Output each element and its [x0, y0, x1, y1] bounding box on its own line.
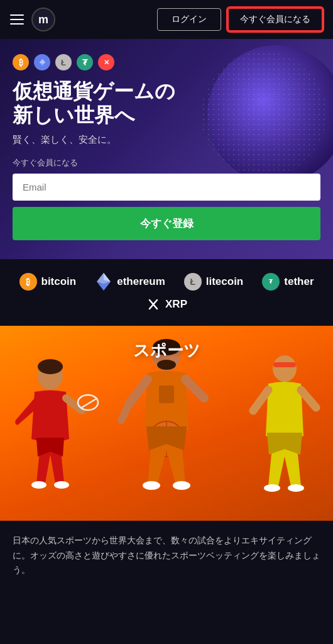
svg-point-10: [31, 481, 46, 489]
xrp-icon: [146, 297, 161, 312]
svg-rect-21: [273, 362, 296, 367]
svg-point-11: [54, 481, 69, 489]
hero-section: ₿ Ł ₮ ✕ 仮想通貨ゲームの 新しい世界へ 賢く、楽しく、安全に。 今すぐ会…: [0, 39, 333, 259]
logo: m: [31, 8, 55, 31]
crypto-icons-row: ₿ Ł ₮ ✕: [13, 54, 320, 70]
sports-description: 日本の人気スポーツから世界大会まで、数々の試合をよりエキサイティングに。オッズの…: [0, 521, 333, 593]
svg-point-8: [78, 395, 98, 410]
login-button[interactable]: ログイン: [157, 8, 221, 31]
sports-section: スポーツ: [0, 326, 333, 593]
athlete-yellow: [236, 351, 333, 521]
crypto-logos-section: ₿ bitcoin ethereum Ł litecoin ₮ tether X…: [0, 259, 333, 326]
svg-point-22: [264, 484, 280, 492]
svg-point-19: [173, 481, 190, 490]
usdt-icon: ₮: [77, 54, 93, 70]
litecoin-icon: Ł: [184, 273, 202, 291]
tether-icon: ₮: [262, 273, 280, 291]
hamburger-menu[interactable]: [10, 14, 24, 25]
header-right: ログイン 今すぐ会員になる: [157, 8, 323, 31]
athlete-tennis: [0, 357, 101, 521]
svg-line-9: [82, 398, 97, 408]
hero-subtitle: 賢く、楽しく、安全に。: [13, 134, 320, 146]
close-icon: ✕: [98, 54, 114, 70]
signup-button[interactable]: 今すぐ登録: [13, 207, 320, 240]
ltc-icon: Ł: [55, 54, 72, 70]
ethereum-icon: [95, 273, 112, 291]
sports-banner: スポーツ: [0, 326, 333, 521]
sports-title: スポーツ: [133, 326, 200, 362]
svg-rect-15: [159, 386, 174, 403]
email-input[interactable]: [13, 174, 320, 201]
header-left: m: [10, 8, 55, 31]
eth-icon: [34, 54, 50, 70]
svg-point-18: [143, 481, 160, 490]
athlete-basketball: [110, 338, 223, 521]
svg-point-23: [288, 484, 304, 492]
hero-form-label: 今すぐ会員になる: [13, 157, 320, 169]
btc-icon: ₿: [13, 54, 29, 70]
svg-point-7: [38, 359, 63, 374]
bitcoin-logo: ₿ bitcoin: [19, 273, 77, 291]
header: m ログイン 今すぐ会員になる: [0, 0, 333, 39]
xrp-logo: XRP: [146, 297, 187, 312]
hero-title: 仮想通貨ゲームの 新しい世界へ: [13, 79, 320, 128]
ethereum-logo: ethereum: [95, 273, 165, 291]
bitcoin-icon: ₿: [19, 273, 37, 291]
tether-logo: ₮ tether: [262, 273, 314, 291]
svg-point-20: [273, 355, 297, 382]
register-button[interactable]: 今すぐ会員になる: [227, 8, 323, 31]
litecoin-logo: Ł litecoin: [184, 273, 244, 291]
